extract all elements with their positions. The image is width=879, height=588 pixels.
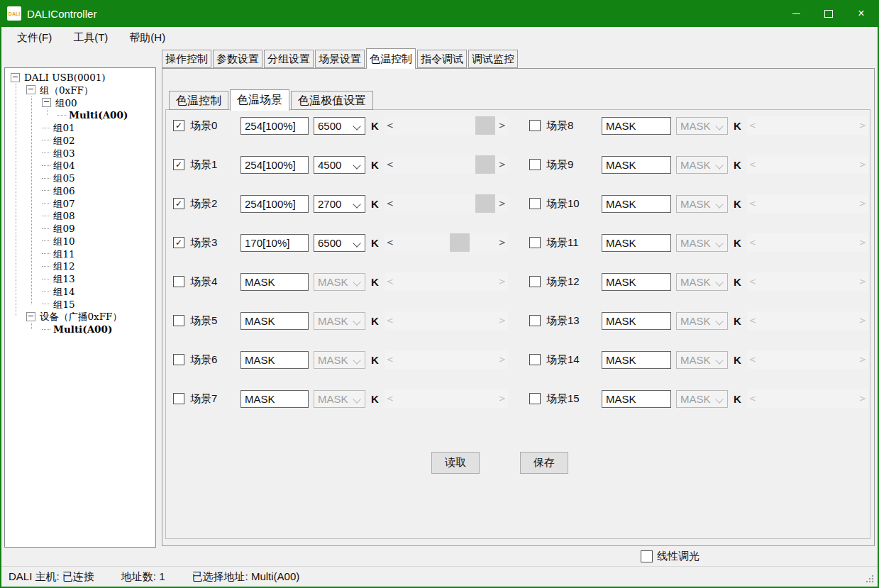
scene-level-input[interactable]: 254[100%] bbox=[241, 195, 309, 213]
scene-temp-dropdown[interactable]: 2700 bbox=[314, 195, 365, 213]
device-tree-panel[interactable]: DALI USB(0001)组（0xFF）组00Multi(A00)组01组02… bbox=[4, 67, 156, 548]
tree-node-label[interactable]: 组03 bbox=[53, 147, 75, 160]
scene-checkbox[interactable] bbox=[529, 198, 541, 209]
tab-场景设置[interactable]: 场景设置 bbox=[315, 50, 365, 68]
tree-node[interactable]: Multi(A00) bbox=[57, 109, 128, 121]
scene-checkbox[interactable]: ✓ bbox=[173, 198, 184, 209]
tab-指令调试[interactable]: 指令调试 bbox=[417, 50, 467, 68]
tree-node-label[interactable]: 组07 bbox=[53, 197, 75, 210]
tree-node[interactable]: 组（0xFF） bbox=[26, 84, 93, 96]
scene-temp-dropdown[interactable]: MASK bbox=[314, 351, 365, 369]
scene-temp-scrollbar[interactable]: <> bbox=[385, 155, 508, 174]
tree-node-label[interactable]: DALI USB(0001) bbox=[24, 71, 106, 84]
tree-node-label[interactable]: 组（0xFF） bbox=[40, 84, 93, 96]
tab-调试监控[interactable]: 调试监控 bbox=[468, 50, 518, 68]
scene-checkbox[interactable] bbox=[173, 315, 184, 326]
tree-node[interactable]: 组08 bbox=[42, 209, 75, 222]
tree-node[interactable]: 组01 bbox=[42, 121, 75, 134]
scene-checkbox[interactable] bbox=[529, 159, 541, 170]
scene-checkbox[interactable] bbox=[529, 237, 541, 248]
tree-node-label[interactable]: 组01 bbox=[53, 121, 75, 134]
tree-node[interactable]: 组03 bbox=[42, 147, 75, 160]
scroll-left-icon[interactable]: < bbox=[385, 238, 396, 248]
scene-level-input[interactable]: MASK bbox=[602, 273, 671, 291]
tree-node-label[interactable]: 组12 bbox=[53, 260, 75, 272]
subtab-色温极值设置[interactable]: 色温极值设置 bbox=[291, 91, 373, 110]
tree-node[interactable]: 组15 bbox=[42, 298, 75, 311]
titlebar[interactable]: DALI DALIController × bbox=[0, 0, 879, 27]
scene-checkbox[interactable] bbox=[173, 276, 184, 287]
tree-expander-icon[interactable] bbox=[11, 73, 20, 82]
tree-node-label[interactable]: 组13 bbox=[53, 272, 75, 285]
scene-level-input[interactable]: MASK bbox=[602, 390, 671, 408]
scrollbar-thumb[interactable] bbox=[450, 233, 470, 252]
scene-temp-dropdown[interactable]: MASK bbox=[676, 351, 728, 369]
scene-level-input[interactable]: MASK bbox=[602, 156, 671, 174]
scrollbar-track[interactable] bbox=[396, 155, 497, 174]
tree-node[interactable]: 组00 bbox=[42, 96, 77, 109]
scene-temp-scrollbar[interactable]: <> bbox=[385, 116, 508, 135]
scrollbar-track[interactable] bbox=[396, 116, 497, 135]
maximize-button[interactable] bbox=[812, 0, 845, 27]
scene-temp-dropdown[interactable]: MASK bbox=[676, 273, 728, 291]
scene-level-input[interactable]: MASK bbox=[241, 273, 309, 291]
scene-level-input[interactable]: MASK bbox=[602, 117, 671, 135]
tree-node[interactable]: 组05 bbox=[42, 172, 75, 184]
scroll-right-icon[interactable]: > bbox=[497, 238, 508, 248]
scroll-left-icon[interactable]: < bbox=[385, 121, 396, 131]
scene-temp-dropdown[interactable]: MASK bbox=[676, 234, 728, 252]
tree-node[interactable]: Multi(A00) bbox=[42, 323, 112, 335]
scene-level-input[interactable]: 254[100%] bbox=[241, 156, 309, 174]
scene-temp-dropdown[interactable]: 4500 bbox=[314, 156, 365, 174]
linear-dimming-checkbox[interactable] bbox=[641, 550, 653, 562]
save-button[interactable]: 保存 bbox=[520, 452, 568, 474]
minimize-button[interactable] bbox=[780, 0, 812, 27]
scrollbar-track[interactable] bbox=[396, 233, 497, 252]
tab-分组设置[interactable]: 分组设置 bbox=[264, 50, 314, 68]
tree-node-label[interactable]: Multi(A00) bbox=[53, 323, 112, 335]
close-button[interactable]: × bbox=[845, 0, 878, 27]
tree-node-label[interactable]: 组09 bbox=[53, 222, 75, 235]
scroll-right-icon[interactable]: > bbox=[497, 121, 508, 131]
tree-node-label[interactable]: 组06 bbox=[53, 184, 75, 197]
tab-参数设置[interactable]: 参数设置 bbox=[213, 50, 262, 68]
tree-node[interactable]: 设备（广播0xFF） bbox=[26, 310, 122, 323]
tree-node[interactable]: 组02 bbox=[42, 134, 75, 147]
tree-node[interactable]: 组06 bbox=[42, 184, 75, 197]
tree-node-label[interactable]: 组15 bbox=[53, 298, 75, 311]
scene-level-input[interactable]: MASK bbox=[602, 312, 671, 330]
tree-expander-icon[interactable] bbox=[26, 85, 35, 94]
scene-checkbox[interactable]: ✓ bbox=[173, 237, 184, 248]
scrollbar-thumb[interactable] bbox=[475, 194, 495, 213]
tree-node[interactable]: 组10 bbox=[42, 235, 75, 248]
scene-temp-dropdown[interactable]: MASK bbox=[676, 390, 728, 408]
scene-temp-dropdown[interactable]: MASK bbox=[314, 390, 365, 408]
scene-temp-dropdown[interactable]: MASK bbox=[676, 312, 728, 330]
scene-level-input[interactable]: MASK bbox=[241, 312, 309, 330]
scene-temp-dropdown[interactable]: MASK bbox=[314, 273, 365, 291]
tree-node-label[interactable]: 组10 bbox=[53, 235, 75, 248]
scene-level-input[interactable]: MASK bbox=[602, 195, 671, 213]
tree-node-label[interactable]: 设备（广播0xFF） bbox=[40, 310, 122, 323]
tree-node-label[interactable]: 组00 bbox=[55, 96, 77, 109]
scene-checkbox[interactable] bbox=[173, 354, 184, 365]
scrollbar-thumb[interactable] bbox=[475, 116, 495, 135]
scene-checkbox[interactable] bbox=[529, 354, 541, 365]
scene-level-input[interactable]: 170[10%] bbox=[241, 234, 309, 252]
menu-item-1[interactable]: 工具(T) bbox=[73, 31, 108, 45]
scene-level-input[interactable]: 254[100%] bbox=[241, 117, 309, 135]
tree-node[interactable]: DALI USB(0001) bbox=[11, 71, 106, 84]
scrollbar-track[interactable] bbox=[396, 194, 497, 213]
scroll-left-icon[interactable]: < bbox=[385, 199, 396, 209]
scroll-left-icon[interactable]: < bbox=[385, 160, 396, 170]
tree-node[interactable]: 组14 bbox=[42, 285, 75, 298]
scene-temp-scrollbar[interactable]: <> bbox=[385, 194, 508, 213]
scrollbar-thumb[interactable] bbox=[475, 155, 495, 174]
tree-node[interactable]: 组13 bbox=[42, 272, 75, 285]
scene-checkbox[interactable] bbox=[173, 393, 184, 404]
scene-temp-dropdown[interactable]: MASK bbox=[676, 156, 728, 174]
tree-node-label[interactable]: 组02 bbox=[53, 134, 75, 147]
tree-node-label[interactable]: 组14 bbox=[53, 285, 75, 298]
scene-temp-dropdown[interactable]: MASK bbox=[314, 312, 365, 330]
tree-node-label[interactable]: 组04 bbox=[53, 159, 75, 172]
